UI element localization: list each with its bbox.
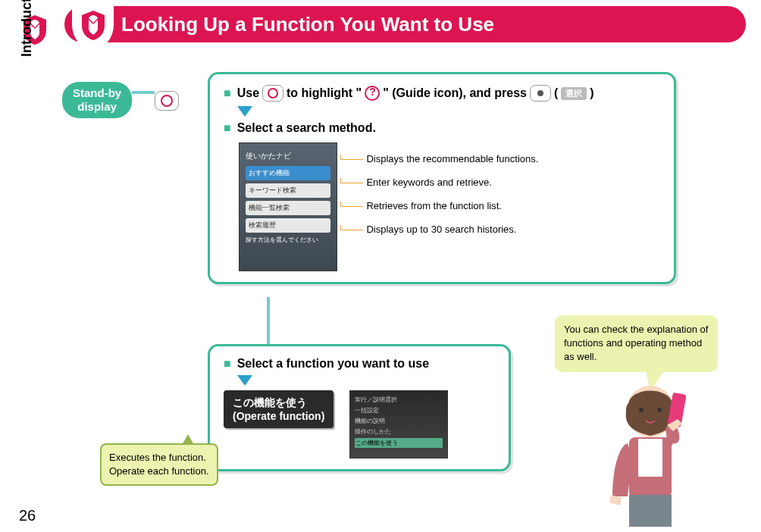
step3: ■ Select a function you want to use [224, 357, 495, 371]
step1-tail-close: ) [590, 86, 593, 100]
page-title: Looking Up a Function You Want to Use [121, 13, 494, 36]
operate-jp: この機能を使う [233, 396, 324, 410]
svg-point-2 [639, 408, 644, 412]
svg-rect-1 [644, 396, 656, 398]
callout-line2: Operate each function. [109, 465, 209, 478]
step1-pre: Use [237, 86, 259, 100]
step1: ■ Use to highlight " " (Guide icon), and… [224, 85, 660, 102]
menu-item: 機能一覧検索 [246, 201, 330, 215]
bullet-icon: ■ [224, 121, 231, 135]
step2: ■ Select a search method. [224, 121, 660, 135]
select-key-icon [530, 85, 551, 102]
mini-row: 一括設定 [355, 406, 443, 415]
page-number: 26 [19, 507, 36, 524]
menu-item: おすすめ機能 [246, 166, 330, 180]
page-header: Looking Up a Function You Want to Use [64, 6, 746, 42]
direction-key-icon [155, 91, 179, 111]
main-instruction-box: ■ Use to highlight " " (Guide icon), and… [208, 72, 676, 284]
step2-text: Select a search method. [237, 121, 376, 135]
step1-mid1: to highlight " [287, 86, 362, 100]
guide-icon [365, 86, 380, 101]
bullet-icon: ■ [224, 86, 231, 100]
speech-text: You can check the explanation of functio… [564, 324, 708, 362]
mini-row: この機能を使う [355, 438, 443, 448]
callout-line1: Executes the function. [109, 451, 209, 465]
select-label: 選択 [561, 87, 587, 100]
method-label: Enter keywords and retrieve. [355, 177, 538, 188]
menu-item: キーワード検索 [246, 183, 330, 198]
step1-tail-open: ( [554, 86, 558, 100]
step3-text: Select a function you want to use [237, 357, 429, 371]
standby-badge: Stand-by display [62, 82, 132, 118]
down-arrow-icon [237, 375, 252, 386]
shield-badge [72, 0, 114, 49]
sub-instruction-box: ■ Select a function you want to use この機能… [208, 344, 511, 471]
method-label: Displays up to 30 search histories. [355, 224, 538, 235]
down-arrow-icon [237, 106, 252, 117]
person-illustration [582, 375, 719, 527]
svg-point-3 [657, 408, 662, 412]
section-label: Introduction [19, 0, 35, 57]
standby-line1: Stand-by [73, 86, 121, 100]
phone-screenshot-small: 実行／説明選択 一括設定 機能の説明 操作のしかた この機能を使う [349, 390, 448, 458]
speech-bubble: You can check the explanation of functio… [555, 315, 718, 372]
menu-item: 検索履歴 [246, 218, 330, 233]
standby-line2: display [73, 100, 121, 114]
connector [132, 91, 155, 94]
svg-rect-6 [629, 495, 672, 527]
operate-en: (Operate function) [233, 410, 324, 422]
menu-hint: 探す方法を選んでください [246, 236, 330, 244]
mini-row: 実行／説明選択 [355, 396, 443, 404]
phone-screenshot: 使いかたナビ おすすめ機能 キーワード検索 機能一覧検索 検索履歴 探す方法を選… [239, 142, 337, 271]
method-label: Retrieves from the function list. [355, 200, 538, 211]
execute-callout: Executes the function. Operate each func… [100, 443, 218, 486]
mini-row: 機能の説明 [355, 417, 443, 425]
method-labels: Displays the recommendable functions. En… [355, 153, 538, 247]
menu-title: 使いかたナビ [246, 151, 330, 161]
operate-function-label: この機能を使う (Operate function) [224, 390, 334, 428]
bullet-icon: ■ [224, 357, 231, 371]
direction-key-icon [262, 85, 283, 102]
svg-rect-5 [638, 439, 662, 477]
method-label: Displays the recommendable functions. [355, 153, 538, 164]
mini-row: 操作のしかた [355, 427, 443, 436]
step1-mid2: " (Guide icon), and press [383, 86, 527, 100]
